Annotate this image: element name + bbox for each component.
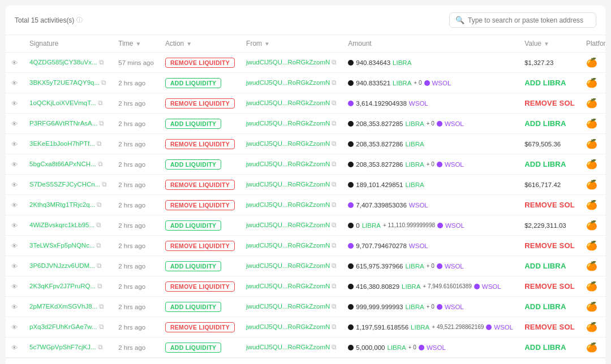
token1-link[interactable]: LIBRA xyxy=(411,324,429,331)
from-copy-icon[interactable]: ⧉ xyxy=(332,222,337,228)
signature-link[interactable]: 1oQCKjLoiXVEVmqT... xyxy=(29,99,96,106)
from-link[interactable]: jwudClJ5QU...RoRGkZzomN xyxy=(246,59,330,66)
from-copy-icon[interactable]: ⧉ xyxy=(332,99,337,106)
signature-link[interactable]: pXq3d2FUhKrGAe7w... xyxy=(29,323,97,330)
copy-icon[interactable]: ⧉ xyxy=(97,283,102,289)
from-copy-icon[interactable]: ⧉ xyxy=(332,59,337,66)
from-copy-icon[interactable]: ⧉ xyxy=(332,140,337,147)
token2-link[interactable]: WSOL xyxy=(432,80,451,86)
from-link[interactable]: jwudClJ5QU...RoRGkZzomN xyxy=(246,262,330,269)
token1-link[interactable]: LIBRA xyxy=(405,161,424,168)
signature-link[interactable]: P3RFG6AVtRTNrAsA... xyxy=(29,120,97,127)
from-link[interactable]: jwudClJ5QU...RoRGkZzomN xyxy=(246,120,330,127)
token2-link[interactable]: WSOL xyxy=(445,304,464,310)
from-link[interactable]: jwudClJ5QU...RoRGkZzomN xyxy=(246,99,330,106)
eye-icon[interactable]: 👁 xyxy=(11,181,18,188)
token2-link[interactable]: WSOL xyxy=(494,324,513,331)
search-box[interactable]: 🔍 xyxy=(449,12,596,28)
value-filter-icon[interactable]: ▼ xyxy=(544,41,549,47)
copy-icon[interactable]: ⧉ xyxy=(102,181,107,188)
token1-link[interactable]: LIBRA xyxy=(387,344,406,351)
from-copy-icon[interactable]: ⧉ xyxy=(332,181,337,188)
token2-link[interactable]: WSOL xyxy=(445,161,464,168)
signature-link[interactable]: 2Kthq3MRtg1TRjc2q... xyxy=(29,201,95,208)
eye-icon[interactable]: 👁 xyxy=(11,304,18,310)
info-icon[interactable]: ⓘ xyxy=(76,16,83,24)
token1-link[interactable]: LIBRA xyxy=(362,222,381,229)
copy-icon[interactable]: ⧉ xyxy=(97,262,102,269)
eye-icon[interactable]: 👁 xyxy=(11,59,18,66)
eye-icon[interactable]: 👁 xyxy=(11,263,18,270)
token2-link[interactable]: WSOL xyxy=(427,344,446,351)
signature-link[interactable]: 4WiZBvskqrc1kLb95... xyxy=(29,222,94,228)
token1-link[interactable]: LIBRA xyxy=(405,141,424,148)
signature-link[interactable]: 2K3qKFpv2J7PruRQ... xyxy=(29,283,96,289)
token1-link[interactable]: LIBRA xyxy=(402,283,420,290)
signature-link[interactable]: 4QZDG585jCY38uVx... xyxy=(29,59,97,66)
from-link[interactable]: jwudClJ5QU...RoRGkZzomN xyxy=(246,323,330,330)
token1-link[interactable]: LIBRA xyxy=(393,80,411,86)
copy-icon[interactable]: ⧉ xyxy=(99,303,104,310)
action-filter-icon[interactable]: ▼ xyxy=(186,41,192,47)
signature-link[interactable]: S7DeS5SZFJCyCHCn... xyxy=(29,181,100,188)
signature-link[interactable]: 2pM7EKdXmSGVhJ8... xyxy=(29,303,97,310)
token1-link[interactable]: LIBRA xyxy=(405,120,424,127)
token1-link[interactable]: LIBRA xyxy=(405,304,424,310)
eye-icon[interactable]: 👁 xyxy=(11,202,18,209)
copy-icon[interactable]: ⧉ xyxy=(96,222,101,228)
eye-icon[interactable]: 👁 xyxy=(11,80,18,86)
from-link[interactable]: jwudClJ5QU...RoRGkZzomN xyxy=(246,283,330,289)
from-link[interactable]: jwudClJ5QU...RoRGkZzomN xyxy=(246,201,330,208)
copy-icon[interactable]: ⧉ xyxy=(98,344,103,350)
eye-icon[interactable]: 👁 xyxy=(11,120,18,127)
from-copy-icon[interactable]: ⧉ xyxy=(332,120,337,127)
copy-icon[interactable]: ⧉ xyxy=(99,120,104,127)
copy-icon[interactable]: ⧉ xyxy=(97,201,102,208)
copy-icon[interactable]: ⧉ xyxy=(99,59,104,66)
from-copy-icon[interactable]: ⧉ xyxy=(332,201,337,208)
token2-link[interactable]: WSOL xyxy=(482,283,501,290)
from-copy-icon[interactable]: ⧉ xyxy=(332,283,337,289)
from-copy-icon[interactable]: ⧉ xyxy=(332,323,337,330)
eye-icon[interactable]: 👁 xyxy=(11,100,18,107)
signature-link[interactable]: 3P6DJVNJzzv6UDM... xyxy=(29,262,95,269)
signature-link[interactable]: 3TeLWSxFp5pNQNc... xyxy=(29,242,94,249)
copy-icon[interactable]: ⧉ xyxy=(101,79,106,86)
from-link[interactable]: jwudClJ5QU...RoRGkZzomN xyxy=(246,140,330,147)
signature-link[interactable]: 5c7WGpVpShF7cjKJ... xyxy=(29,344,96,350)
eye-icon[interactable]: 👁 xyxy=(11,141,18,148)
eye-icon[interactable]: 👁 xyxy=(11,242,18,249)
from-link[interactable]: jwudClJ5QU...RoRGkZzomN xyxy=(246,242,330,249)
from-copy-icon[interactable]: ⧉ xyxy=(332,242,337,249)
token1-link[interactable]: LIBRA xyxy=(405,181,424,188)
copy-icon[interactable]: ⧉ xyxy=(99,323,104,330)
from-link[interactable]: jwudClJ5QU...RoRGkZzomN xyxy=(246,303,330,310)
eye-icon[interactable]: 👁 xyxy=(11,283,18,290)
from-copy-icon[interactable]: ⧉ xyxy=(332,262,337,269)
token1-link[interactable]: LIBRA xyxy=(393,59,411,66)
from-copy-icon[interactable]: ⧉ xyxy=(332,344,337,350)
from-copy-icon[interactable]: ⧉ xyxy=(332,79,337,86)
token1-link[interactable]: LIBRA xyxy=(405,263,424,270)
time-filter-icon[interactable]: ▼ xyxy=(136,41,141,47)
token1-link[interactable]: WSOL xyxy=(409,202,428,209)
signature-link[interactable]: 3EKeE1bJooH7hPTf... xyxy=(29,140,95,147)
from-copy-icon[interactable]: ⧉ xyxy=(332,161,337,167)
from-link[interactable]: jwudClJ5QU...RoRGkZzomN xyxy=(246,344,330,350)
eye-icon[interactable]: 👁 xyxy=(11,324,18,331)
token1-link[interactable]: WSOL xyxy=(409,100,428,107)
from-link[interactable]: jwudClJ5QU...RoRGkZzomN xyxy=(246,161,330,167)
eye-icon[interactable]: 👁 xyxy=(11,222,18,229)
from-filter-icon[interactable]: ▼ xyxy=(264,41,270,47)
from-link[interactable]: jwudClJ5QU...RoRGkZzomN xyxy=(246,79,330,86)
copy-icon[interactable]: ⧉ xyxy=(98,99,103,106)
eye-icon[interactable]: 👁 xyxy=(11,161,18,168)
copy-icon[interactable]: ⧉ xyxy=(97,140,102,147)
token2-link[interactable]: WSOL xyxy=(445,120,464,127)
signature-link[interactable]: 3BKX5yT2UE7AQY9q... xyxy=(29,79,100,86)
token2-link[interactable]: WSOL xyxy=(445,263,464,270)
from-link[interactable]: jwudClJ5QU...RoRGkZzomN xyxy=(246,181,330,188)
token2-link[interactable]: WSOL xyxy=(445,222,464,229)
eye-icon[interactable]: 👁 xyxy=(11,344,18,351)
from-copy-icon[interactable]: ⧉ xyxy=(332,303,337,310)
